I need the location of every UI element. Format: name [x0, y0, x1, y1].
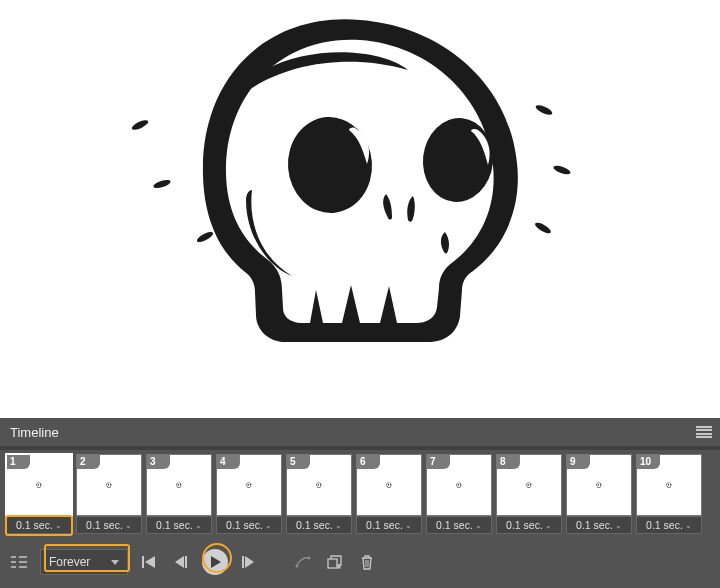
chevron-down-icon: ⌄ — [335, 521, 342, 530]
frame-duration-label: 0.1 sec. — [156, 519, 193, 531]
svg-rect-13 — [242, 556, 244, 568]
svg-marker-14 — [245, 556, 254, 568]
playback-controls: Forever — [0, 540, 720, 584]
chevron-down-icon: ⌄ — [545, 521, 552, 530]
frame-thumbnail — [147, 455, 211, 515]
frame-5[interactable]: 5 — [286, 454, 352, 516]
chevron-down-icon: ⌄ — [265, 521, 272, 530]
frame-1[interactable]: 1 — [6, 454, 72, 516]
durations-row: 0.1 sec.⌄0.1 sec.⌄0.1 sec.⌄0.1 sec.⌄0.1 … — [0, 516, 720, 534]
loop-mode-label: Forever — [49, 555, 90, 569]
timeline-header: Timeline — [0, 418, 720, 450]
frame-6[interactable]: 6 — [356, 454, 422, 516]
svg-point-15 — [296, 565, 299, 568]
chevron-down-icon: ⌄ — [685, 521, 692, 530]
frame-7[interactable]: 7 — [426, 454, 492, 516]
frame-duration-label: 0.1 sec. — [16, 519, 53, 531]
frame-4[interactable]: 4 — [216, 454, 282, 516]
chevron-down-icon: ⌄ — [615, 521, 622, 530]
frame-duration-9[interactable]: 0.1 sec.⌄ — [566, 516, 632, 534]
frame-duration-4[interactable]: 0.1 sec.⌄ — [216, 516, 282, 534]
play-button[interactable] — [202, 549, 228, 575]
frame-duration-label: 0.1 sec. — [576, 519, 613, 531]
frame-duration-8[interactable]: 0.1 sec.⌄ — [496, 516, 562, 534]
frame-duration-5[interactable]: 0.1 sec.⌄ — [286, 516, 352, 534]
frame-duration-label: 0.1 sec. — [646, 519, 683, 531]
frame-2[interactable]: 2 — [76, 454, 142, 516]
frame-thumbnail — [7, 455, 71, 515]
prev-frame-button[interactable] — [170, 551, 192, 573]
convert-timeline-icon[interactable] — [8, 551, 30, 573]
timeline-panel: Timeline 12345678910 0.1 sec.⌄0.1 sec.⌄0… — [0, 418, 720, 588]
frame-duration-6[interactable]: 0.1 sec.⌄ — [356, 516, 422, 534]
svg-rect-11 — [185, 556, 187, 568]
frame-9[interactable]: 9 — [566, 454, 632, 516]
svg-rect-8 — [142, 556, 144, 568]
frame-duration-label: 0.1 sec. — [366, 519, 403, 531]
frames-row: 12345678910 — [0, 450, 720, 516]
frame-duration-label: 0.1 sec. — [296, 519, 333, 531]
chevron-down-icon: ⌄ — [125, 521, 132, 530]
frame-duration-label: 0.1 sec. — [86, 519, 123, 531]
frame-thumbnail — [217, 455, 281, 515]
timeline-title: Timeline — [10, 425, 59, 440]
frame-duration-label: 0.1 sec. — [506, 519, 543, 531]
frame-duration-label: 0.1 sec. — [226, 519, 263, 531]
frame-duration-label: 0.1 sec. — [436, 519, 473, 531]
svg-point-16 — [308, 557, 311, 560]
svg-marker-9 — [145, 556, 155, 568]
tween-icon[interactable] — [292, 551, 314, 573]
frame-thumbnail — [497, 455, 561, 515]
frame-thumbnail — [427, 455, 491, 515]
frame-duration-3[interactable]: 0.1 sec.⌄ — [146, 516, 212, 534]
panel-menu-icon[interactable] — [696, 426, 712, 438]
frame-3[interactable]: 3 — [146, 454, 212, 516]
duplicate-frame-icon[interactable] — [324, 551, 346, 573]
frame-8[interactable]: 8 — [496, 454, 562, 516]
frame-thumbnail — [567, 455, 631, 515]
loop-mode-select[interactable]: Forever — [40, 549, 128, 575]
frame-10[interactable]: 10 — [636, 454, 702, 516]
first-frame-button[interactable] — [138, 551, 160, 573]
delete-frame-icon[interactable] — [356, 551, 378, 573]
svg-marker-12 — [211, 556, 221, 568]
chevron-down-icon: ⌄ — [475, 521, 482, 530]
frame-duration-1[interactable]: 0.1 sec.⌄ — [6, 516, 72, 534]
chevron-down-icon — [111, 560, 119, 565]
frame-thumbnail — [637, 455, 701, 515]
chevron-down-icon: ⌄ — [195, 521, 202, 530]
skull-illustration — [0, 0, 720, 418]
frame-duration-7[interactable]: 0.1 sec.⌄ — [426, 516, 492, 534]
frame-duration-2[interactable]: 0.1 sec.⌄ — [76, 516, 142, 534]
svg-rect-17 — [328, 559, 337, 568]
chevron-down-icon: ⌄ — [55, 521, 62, 530]
next-frame-button[interactable] — [238, 551, 260, 573]
frame-thumbnail — [357, 455, 421, 515]
chevron-down-icon: ⌄ — [405, 521, 412, 530]
frame-thumbnail — [287, 455, 351, 515]
frame-thumbnail — [77, 455, 141, 515]
svg-marker-10 — [175, 556, 184, 568]
canvas-area[interactable] — [0, 0, 720, 418]
frame-duration-10[interactable]: 0.1 sec.⌄ — [636, 516, 702, 534]
